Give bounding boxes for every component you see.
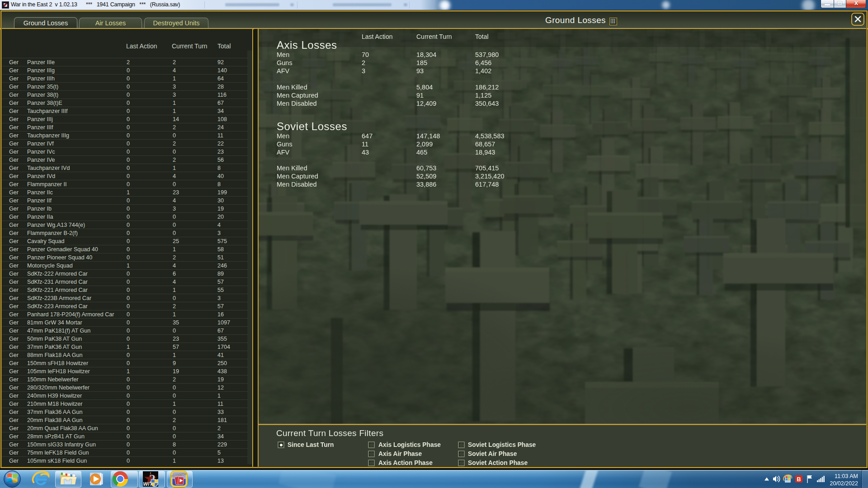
svg-text:B: B — [797, 476, 801, 483]
svg-text:20/02/2022: 20/02/2022 — [830, 480, 858, 487]
svg-text:11:03 AM: 11:03 AM — [835, 473, 858, 479]
